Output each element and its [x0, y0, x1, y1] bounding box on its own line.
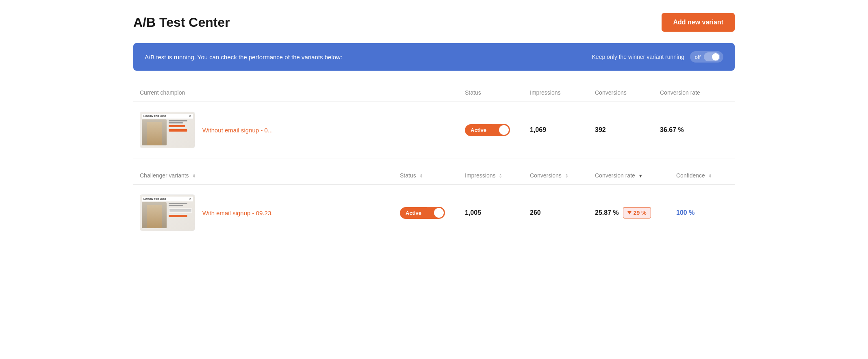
- champion-conversions-cell: 392: [588, 102, 653, 158]
- conversion-rate-sort-icon[interactable]: ▼: [638, 173, 643, 178]
- th-challenger: Challenger variants ⇕: [133, 168, 393, 185]
- add-variant-button[interactable]: Add new variant: [662, 13, 735, 32]
- champion-thumbnail: LUXURY FOR LESS ✕: [140, 112, 195, 148]
- challenger-confidence: 100 %: [676, 209, 694, 216]
- th-impressions-champion: Impressions: [523, 85, 588, 102]
- impressions-sort-icon[interactable]: ⇕: [499, 173, 502, 179]
- challenger-table: Challenger variants ⇕ Status ⇕ Impressio…: [133, 168, 735, 241]
- banner-text: A/B test is running. You can check the p…: [145, 54, 342, 61]
- th-impressions-label: Impressions: [465, 172, 495, 179]
- th-status-challenger: Status ⇕: [393, 168, 458, 185]
- challenger-impressions: 1,005: [465, 209, 481, 216]
- conversion-badge-text: 29 %: [634, 210, 647, 216]
- champion-table: Current champion Status Impressions Conv…: [133, 85, 735, 158]
- winner-label: Keep only the winner variant running: [592, 54, 684, 60]
- champion-conversion-rate: 36.67 %: [660, 126, 684, 133]
- status-sort-icon[interactable]: ⇕: [419, 173, 423, 179]
- champion-conversions: 392: [595, 126, 606, 133]
- challenger-conversion-rate-cell: 25.87 % 29 %: [588, 185, 670, 241]
- th-conversion-rate-champion: Conversion rate: [653, 85, 735, 102]
- challenger-row: LUXURY FOR LESS ✕: [133, 185, 735, 241]
- challenger-confidence-cell: 100 %: [670, 185, 735, 241]
- challenger-status-cell: Active: [393, 185, 458, 241]
- arrow-down-icon: [627, 211, 631, 214]
- th-conversions-champion: Conversions: [588, 85, 653, 102]
- challenger-active-badge: Active: [400, 207, 427, 219]
- champion-toggle[interactable]: Active: [465, 124, 517, 136]
- toggle-label: off: [695, 54, 701, 60]
- page-title: A/B Test Center: [133, 15, 230, 30]
- conversion-rate-with-badge: 25.87 % 29 %: [595, 207, 663, 218]
- challenger-conversions-cell: 260: [523, 185, 588, 241]
- th-conversion-rate-challenger: Conversion rate ▼: [588, 168, 670, 185]
- variant-cell: LUXURY FOR LESS ✕: [140, 112, 452, 148]
- challenger-toggle-track: [427, 207, 445, 219]
- challenger-conversion-rate: 25.87 %: [595, 209, 619, 216]
- champion-impressions-cell: 1,069: [523, 102, 588, 158]
- champion-name[interactable]: Without email signup - 0...: [202, 127, 273, 134]
- champion-toggle-thumb: [499, 125, 509, 135]
- page-header: A/B Test Center Add new variant: [133, 13, 735, 32]
- th-status-champion: Status: [458, 85, 523, 102]
- info-banner: A/B test is running. You can check the p…: [133, 43, 735, 71]
- confidence-sort-icon[interactable]: ⇕: [708, 173, 712, 179]
- th-confidence: Confidence ⇕: [670, 168, 735, 185]
- challenger-impressions-cell: 1,005: [458, 185, 523, 241]
- champion-row: LUXURY FOR LESS ✕: [133, 102, 735, 158]
- challenger-sort-icon[interactable]: ⇕: [192, 173, 196, 179]
- champion-status-cell: Active: [458, 102, 523, 158]
- th-conversions-challenger: Conversions ⇕: [523, 168, 588, 185]
- challenger-variant-cell: LUXURY FOR LESS ✕: [133, 185, 393, 241]
- champion-impressions: 1,069: [530, 126, 546, 133]
- toggle-thumb: [712, 53, 719, 61]
- th-status-label: Status: [400, 172, 416, 179]
- challenger-thumbnail: LUXURY FOR LESS ✕: [140, 195, 195, 231]
- challenger-toggle-thumb: [434, 208, 444, 218]
- th-champion: Current champion: [133, 85, 458, 102]
- th-impressions-challenger: Impressions ⇕: [458, 168, 523, 185]
- champion-header-row: Current champion Status Impressions Conv…: [133, 85, 735, 102]
- th-conversions-label: Conversions: [530, 172, 562, 179]
- champion-conversion-rate-cell: 36.67 %: [653, 102, 735, 158]
- challenger-toggle[interactable]: Active: [400, 207, 452, 219]
- conversion-badge: 29 %: [623, 207, 651, 218]
- challenger-conversions: 260: [530, 209, 541, 216]
- toggle-track: [704, 52, 720, 61]
- champion-toggle-track: [492, 124, 510, 136]
- winner-toggle[interactable]: off: [690, 51, 723, 63]
- challenger-header-row: Challenger variants ⇕ Status ⇕ Impressio…: [133, 168, 735, 185]
- th-confidence-label: Confidence: [676, 172, 705, 179]
- conversions-sort-icon[interactable]: ⇕: [565, 173, 569, 179]
- champion-variant-cell: LUXURY FOR LESS ✕: [133, 102, 458, 158]
- champion-active-badge: Active: [465, 124, 492, 136]
- banner-right: Keep only the winner variant running off: [592, 51, 723, 63]
- challenger-cell: LUXURY FOR LESS ✕: [140, 195, 387, 231]
- th-challenger-label: Challenger variants: [140, 172, 189, 179]
- th-conversion-rate-label: Conversion rate: [595, 172, 635, 179]
- challenger-name[interactable]: With email signup - 09.23.: [202, 210, 273, 216]
